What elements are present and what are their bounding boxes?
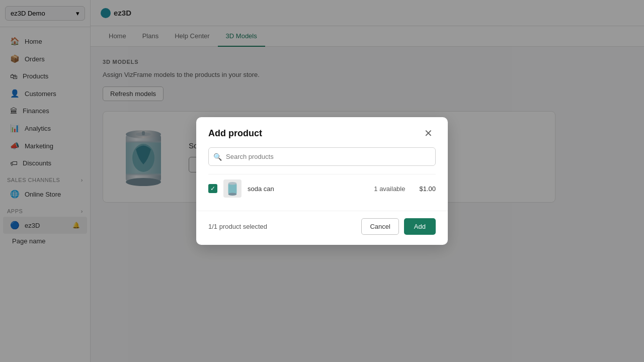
product-image [226, 181, 238, 196]
footer-actions: Cancel Add [361, 218, 436, 235]
product-thumbnail [223, 179, 242, 198]
search-wrapper: 🔍 [208, 147, 436, 166]
selection-count: 1/1 product selected [208, 223, 267, 230]
search-icon: 🔍 [213, 153, 222, 161]
product-row: ✓ soda can 1 available $1.00 [208, 174, 436, 203]
add-button[interactable]: Add [404, 218, 436, 235]
modal-overlay: Add product ✕ 🔍 ✓ [0, 0, 644, 362]
modal-close-button[interactable]: ✕ [421, 127, 436, 139]
svg-point-10 [228, 182, 237, 185]
svg-point-11 [228, 193, 237, 196]
svg-rect-9 [228, 184, 237, 195]
check-icon: ✓ [210, 185, 215, 192]
product-price: $1.00 [419, 185, 436, 193]
modal-header: Add product ✕ [196, 117, 448, 147]
product-availability: 1 available [374, 185, 405, 193]
modal-title: Add product [208, 128, 262, 139]
product-name: soda can [248, 185, 368, 193]
add-product-modal: Add product ✕ 🔍 ✓ [196, 117, 448, 245]
modal-footer: 1/1 product selected Cancel Add [196, 211, 448, 245]
modal-body: 🔍 ✓ soda can 1 available $ [196, 147, 448, 211]
cancel-button[interactable]: Cancel [361, 218, 398, 235]
product-checkbox[interactable]: ✓ [208, 184, 217, 193]
search-products-input[interactable] [208, 147, 436, 166]
